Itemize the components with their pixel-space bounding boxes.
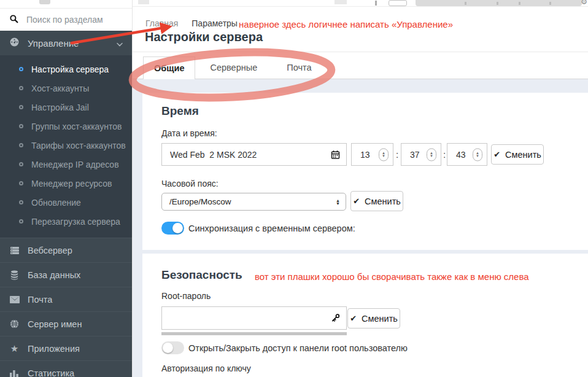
bullet-icon (19, 181, 23, 185)
stats-icon (9, 369, 20, 377)
sidebar-item-label: Настройка Jail (31, 103, 89, 112)
page-title: Настройки сервера (145, 30, 263, 44)
sidebar-item-server-setup[interactable]: Настройка сервера (0, 60, 132, 79)
divider (133, 52, 588, 52)
breadcrumb-current[interactable]: Параметры (191, 18, 238, 28)
time-section-title: Время (161, 104, 199, 118)
breadcrumb: ГлавнаяПараметры (145, 18, 238, 28)
sidebar-item-ip-manager[interactable]: Менеджер IP адресов (0, 155, 132, 174)
sidebar-item-label: Хост-аккаунты (31, 84, 89, 93)
timezone-selected-value: /Europe/Moscow (162, 197, 231, 206)
minutes-input[interactable] (401, 149, 422, 160)
tab-server[interactable]: Серверные (195, 56, 272, 79)
change-timezone-button[interactable]: ✔ Сменить (350, 191, 403, 211)
bullet-icon (19, 200, 23, 204)
seconds-input[interactable] (447, 149, 468, 160)
sidebar-item-label: Менеджер ресурсов (31, 179, 112, 189)
time-colon: : (396, 149, 398, 160)
sidebar-item-label: Группы хост-аккаунтов (31, 122, 122, 131)
sidebar-item-label: Приложения (28, 344, 80, 354)
tabbar: Общие Серверные Почта (143, 56, 326, 79)
root-access-label: Открыть/Закрыть доступ к панели root пол… (188, 343, 408, 353)
check-icon: ✔ (353, 196, 360, 206)
bullet-icon (19, 86, 23, 90)
stepper-icon[interactable]: ▲▼ (473, 148, 482, 161)
button-label: Сменить (362, 314, 398, 324)
sidebar-item-label: Настройка сервера (31, 64, 109, 74)
topbar-fragment (375, 1, 377, 6)
bullet-icon (19, 219, 23, 223)
toggle-knob (163, 343, 173, 353)
calendar-icon (331, 150, 340, 159)
sidebar-item-host-accounts[interactable]: Хост-аккаунты (0, 79, 132, 98)
password-strength-bar (161, 332, 347, 335)
sidebar-item-resource-manager[interactable]: Менеджер ресурсов (0, 174, 132, 193)
time-sync-label: Синхронизация с временным сервером: (188, 223, 355, 233)
logo (39, 0, 50, 4)
minutes-spinner: ▲▼ (401, 143, 441, 166)
timezone-select[interactable]: /Europe/Moscow ▲▼ (161, 193, 346, 211)
bullet-icon (19, 143, 23, 147)
button-label: Сменить (365, 196, 401, 206)
sidebar-group-management[interactable]: Управление (0, 31, 132, 55)
sidebar: Управление Настройка сервера Хост-аккаун… (0, 0, 133, 377)
stepper-icon[interactable]: ▲▼ (427, 148, 436, 161)
key-icon[interactable] (331, 314, 340, 323)
sidebar-item-label: Менеджер IP адресов (31, 160, 119, 169)
sidebar-item-statistics[interactable]: Статистика (0, 360, 132, 377)
annotation-note-panels: вот эти плашки хорошо бы сворачивать так… (255, 271, 529, 282)
hours-input[interactable] (352, 149, 373, 160)
topbar-fragment (138, 0, 149, 4)
webserver-icon (9, 246, 20, 255)
search-icon (9, 14, 18, 26)
root-password-input-wrap (161, 306, 347, 330)
bullet-icon (19, 162, 23, 166)
server-settings-page: Управление Настройка сервера Хост-аккаун… (0, 0, 588, 377)
sidebar-item-label: Статистика (28, 368, 74, 377)
check-icon: ✔ (493, 150, 500, 159)
sidebar-item-label: Тарифы хост-аккаунтов (31, 141, 126, 150)
change-root-password-button[interactable]: ✔ Сменить (347, 308, 400, 328)
sidebar-item-applications[interactable]: ★ Приложения (0, 336, 132, 360)
key-auth-label: Авторизация по ключу (161, 363, 251, 373)
change-datetime-button[interactable]: ✔ Сменить (491, 144, 544, 165)
database-icon (9, 270, 20, 280)
topbar-bar-stub[interactable] (416, 0, 582, 6)
time-colon: : (443, 149, 446, 160)
sidebar-submenu: Настройка сервера Хост-аккаунты Настройк… (0, 55, 132, 238)
root-access-toggle[interactable] (161, 341, 184, 354)
bullet-icon (19, 124, 23, 128)
search-input[interactable] (25, 14, 123, 25)
gear-icon[interactable]: ⚙ (581, 0, 587, 6)
sidebar-item-label: Обновление (31, 198, 81, 208)
sidebar-item-jail-setup[interactable]: Настройка Jail (0, 98, 132, 117)
sidebar-item-update[interactable]: Обновление (0, 193, 132, 212)
sidebar-item-webserver[interactable]: Вебсервер (0, 238, 132, 262)
seconds-spinner: ▲▼ (447, 143, 487, 166)
star-icon: ★ (9, 344, 20, 353)
topbar-cutoff: ⚙ (133, 0, 588, 7)
breadcrumb-home[interactable]: Главная (145, 18, 178, 28)
topbar-select-stub[interactable] (389, 0, 407, 6)
sidebar-item-host-account-groups[interactable]: Группы хост-аккаунтов (0, 117, 132, 136)
sidebar-item-host-account-tariffs[interactable]: Тарифы хост-аккаунтов (0, 136, 132, 155)
button-label: Сменить (505, 150, 541, 160)
sidebar-item-database[interactable]: База данных (0, 262, 132, 287)
sidebar-item-mail[interactable]: Почта (0, 287, 132, 311)
stepper-icon[interactable]: ▲▼ (379, 148, 389, 161)
datetime-input-wrap (161, 143, 347, 166)
chevron-down-icon (117, 38, 123, 49)
sidebar-item-label: База данных (28, 270, 80, 280)
tab-general[interactable]: Общие (143, 56, 195, 79)
sidebar-item-server-reboot[interactable]: Перезагрузка сервера (0, 212, 132, 231)
root-password-input[interactable] (162, 313, 346, 323)
tab-mail[interactable]: Почта (272, 56, 326, 79)
globe-icon (9, 319, 20, 328)
time-sync-toggle[interactable] (161, 222, 184, 235)
dashboard-icon (9, 37, 20, 49)
sidebar-item-nameserver[interactable]: Сервер имен (0, 311, 132, 336)
root-password-label: Root-пароль (161, 291, 211, 301)
datetime-input[interactable] (162, 150, 346, 160)
bullet-icon (19, 105, 23, 109)
sidebar-search (0, 9, 132, 31)
